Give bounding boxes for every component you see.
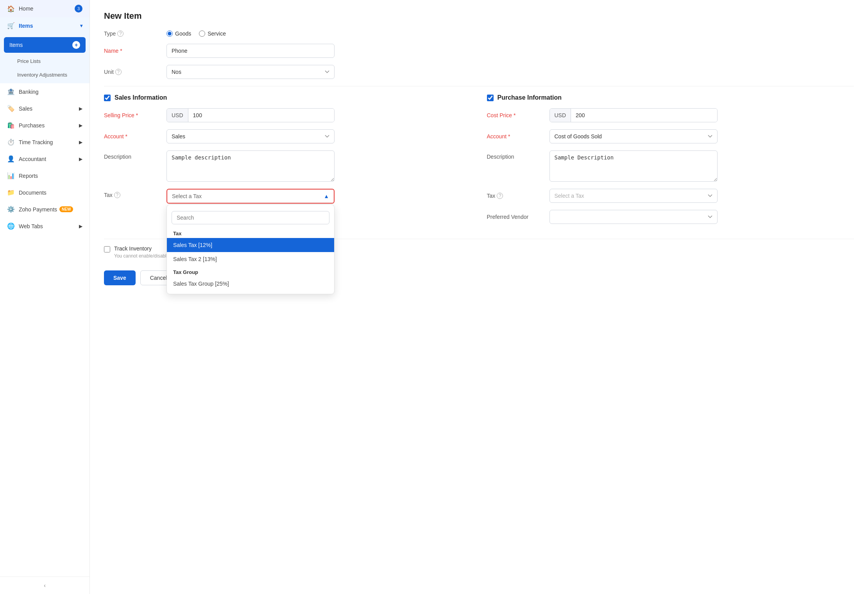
sidebar-home-label: Home: [19, 5, 33, 12]
selling-price-wrap: USD: [166, 108, 335, 122]
sales-tax-dropdown: Tax Sales Tax [12%] Sales Tax 2 [13%] Ta…: [166, 204, 335, 294]
sidebar-subitem-inventory-adjustments[interactable]: Inventory Adjustments: [0, 68, 89, 82]
sidebar-item-time-tracking[interactable]: ⏱️ Time Tracking ▶: [0, 134, 89, 150]
tax-search-wrap: [167, 208, 334, 227]
cost-price-input[interactable]: [571, 109, 717, 122]
purchase-tax-label: Tax ?: [487, 193, 549, 199]
sidebar-item-documents[interactable]: 📁 Documents: [0, 184, 89, 201]
preferred-vendor-label: Preferred Vendor: [487, 214, 549, 220]
type-goods-radio[interactable]: [166, 30, 173, 37]
web-tabs-icon: 🌐: [7, 222, 15, 230]
collapse-icon: ‹: [44, 582, 46, 589]
sales-tax-row: Tax ? Select a Tax ▲ Tax: [104, 189, 471, 204]
sidebar-item-purchases[interactable]: 🛍️ Purchases ▶: [0, 117, 89, 134]
add-item-icon[interactable]: +: [72, 41, 80, 49]
tax-option-sales-tax-12[interactable]: Sales Tax [12%]: [167, 238, 334, 252]
cost-currency-tag: USD: [550, 109, 571, 122]
sidebar-item-items-parent[interactable]: 🛒 Items ▾: [0, 17, 89, 34]
time-tracking-label: Time Tracking: [19, 139, 53, 145]
banking-icon: 🏦: [7, 88, 15, 95]
sidebar-item-zoho-payments[interactable]: ⚙️ Zoho Payments NEW: [0, 201, 89, 218]
type-service-option[interactable]: Service: [199, 30, 226, 37]
purchase-section-checkbox[interactable]: [487, 95, 494, 101]
unit-help-icon[interactable]: ?: [115, 69, 122, 75]
sidebar-item-banking[interactable]: 🏦 Banking: [0, 83, 89, 100]
accountant-icon: 👤: [7, 155, 15, 163]
purchase-account-row: Account* Cost of Goods Sold: [487, 129, 854, 143]
zoho-payments-label: Zoho Payments: [19, 206, 57, 213]
documents-label: Documents: [19, 190, 47, 196]
sidebar-item-sales[interactable]: 🏷️ Sales ▶: [0, 100, 89, 117]
selling-currency-tag: USD: [167, 109, 188, 122]
accountant-label: Accountant: [19, 156, 46, 162]
price-lists-label: Price Lists: [17, 58, 41, 64]
type-help-icon[interactable]: ?: [117, 30, 123, 37]
save-button[interactable]: Save: [104, 270, 136, 285]
cost-price-label: Cost Price*: [487, 112, 549, 118]
tax-option-sales-tax-13[interactable]: Sales Tax 2 [13%]: [167, 252, 334, 266]
sidebar: 🏠 Home 3 🛒 Items ▾ Items + Price Lists I…: [0, 0, 90, 594]
purchase-section-label: Purchase Information: [498, 94, 562, 101]
sidebar-subitem-items[interactable]: Items +: [4, 37, 86, 53]
sales-tax-chevron-up-icon: ▲: [324, 193, 329, 199]
type-label: Type ?: [104, 30, 166, 37]
sidebar-items-label: Items: [9, 42, 23, 48]
sales-tax-field-wrap: Select a Tax ▲ Tax Sales Tax [12%]: [166, 189, 335, 204]
type-radio-group: Goods Service: [166, 30, 226, 37]
sidebar-item-reports[interactable]: 📊 Reports: [0, 167, 89, 184]
web-tabs-label: Web Tabs: [19, 223, 43, 229]
sales-tax-help-icon[interactable]: ?: [114, 192, 120, 198]
sales-tax-placeholder: Select a Tax: [172, 193, 202, 199]
home-icon: 🏠: [7, 5, 15, 13]
name-label: Name*: [104, 48, 166, 54]
sales-account-select[interactable]: Sales: [166, 129, 335, 143]
tax-option-sales-tax-group-25[interactable]: Sales Tax Group [25%]: [167, 277, 334, 291]
purchases-icon: 🛍️: [7, 122, 15, 129]
purchase-tax-select[interactable]: Select a Tax: [549, 189, 718, 203]
sidebar-item-home[interactable]: 🏠 Home 3: [0, 0, 89, 17]
page-title: New Item: [104, 11, 854, 21]
selling-price-label: Selling Price*: [104, 112, 166, 118]
type-service-label: Service: [208, 30, 226, 37]
sales-description-textarea[interactable]: Sample description: [166, 150, 335, 182]
unit-select[interactable]: Nos: [166, 65, 335, 79]
type-service-radio[interactable]: [199, 30, 205, 37]
purchase-description-textarea[interactable]: Sample Description: [549, 150, 718, 182]
sidebar-items-parent-label: Items: [19, 23, 33, 29]
items-chevron-down-icon: ▾: [80, 23, 82, 29]
banking-label: Banking: [19, 89, 39, 95]
purchase-account-label: Account*: [487, 133, 549, 140]
sales-description-row: Description Sample description: [104, 150, 471, 182]
sales-label: Sales: [19, 106, 32, 112]
tax-search-input[interactable]: [172, 211, 329, 224]
documents-icon: 📁: [7, 189, 15, 196]
sales-section-checkbox[interactable]: [104, 95, 111, 101]
purchase-account-select[interactable]: Cost of Goods Sold: [549, 129, 718, 143]
sales-chevron-icon: ▶: [79, 106, 82, 111]
tax-group1-label: Tax: [167, 227, 334, 238]
sidebar-item-web-tabs[interactable]: 🌐 Web Tabs ▶: [0, 218, 89, 234]
two-col-sections: Sales Information Selling Price* USD Acc: [104, 94, 854, 231]
zoho-payments-icon: ⚙️: [7, 206, 15, 213]
sales-tax-select-btn[interactable]: Select a Tax ▲: [166, 189, 335, 204]
sidebar-subitem-price-lists[interactable]: Price Lists: [0, 54, 89, 68]
sales-tax-label: Tax ?: [104, 192, 166, 198]
track-inventory-checkbox[interactable]: [104, 246, 110, 252]
accountant-chevron-icon: ▶: [79, 156, 82, 162]
preferred-vendor-row: Preferred Vendor: [487, 210, 854, 224]
sidebar-collapse-button[interactable]: ‹: [0, 576, 89, 594]
purchase-description-row: Description Sample Description: [487, 150, 854, 182]
selling-price-input[interactable]: [188, 109, 334, 122]
tax-group2-label: Tax Group: [167, 266, 334, 277]
name-input[interactable]: [166, 44, 335, 58]
sales-description-label: Description: [104, 154, 166, 160]
name-row: Name*: [104, 44, 854, 58]
sidebar-item-accountant[interactable]: 👤 Accountant ▶: [0, 150, 89, 167]
preferred-vendor-select[interactable]: [549, 210, 718, 224]
purchase-section: Purchase Information Cost Price* USD Acc: [487, 94, 854, 231]
purchases-label: Purchases: [19, 122, 45, 129]
type-goods-option[interactable]: Goods: [166, 30, 191, 37]
purchase-tax-help-icon[interactable]: ?: [497, 193, 503, 199]
type-goods-label: Goods: [175, 30, 191, 37]
time-tracking-chevron-icon: ▶: [79, 140, 82, 145]
